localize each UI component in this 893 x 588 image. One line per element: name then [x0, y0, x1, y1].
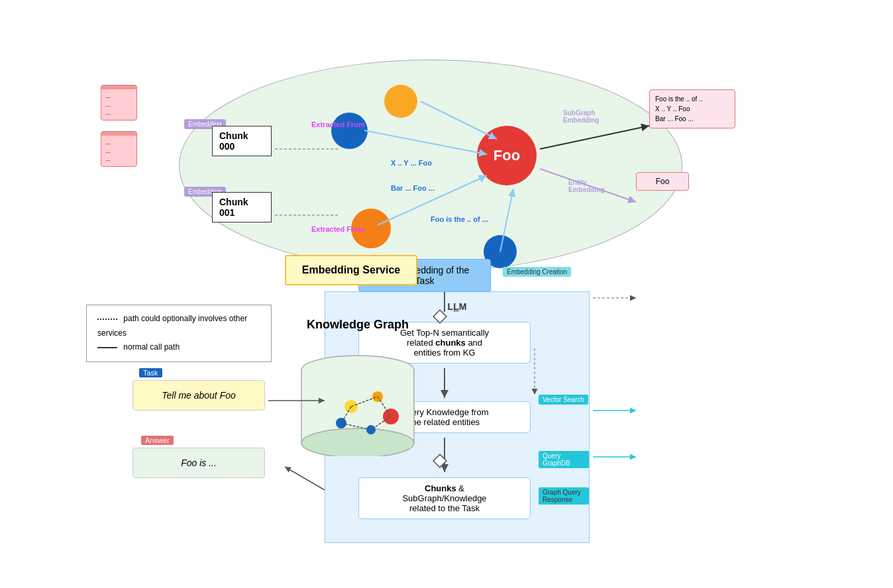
- answer-box: Foo is ...: [132, 448, 265, 478]
- badge-query-graphdb: Query GraphDB: [539, 451, 589, 468]
- kg-cylinder-label: Knowledge Graph: [285, 318, 431, 332]
- task-label: Task: [139, 368, 162, 377]
- doc-top-left: .........: [101, 85, 137, 121]
- doc-right-top: Foo is the .. of .. X .. Y .. Foo Bar ..…: [649, 89, 735, 128]
- kg-cylinder-container: Knowledge Graph: [285, 318, 431, 490]
- svg-point-18: [301, 428, 414, 456]
- node-foo: Foo: [477, 126, 537, 185]
- bar-foo-label: Bar ... Foo ...: [391, 184, 435, 192]
- doc-right-bottom: Foo: [636, 172, 689, 191]
- doc-mid-left: .........: [101, 131, 137, 167]
- legend-dotted-row: path could optionally involves other ser…: [97, 312, 260, 340]
- chunk-000-box: Chunk000: [212, 126, 272, 156]
- llm-label: LLM: [448, 301, 467, 312]
- badge-vector-search: Vector Search: [539, 395, 588, 405]
- legend-solid-row: normal call path: [97, 340, 260, 355]
- entity-label: EntityEmbedding: [568, 179, 604, 193]
- chunk-001-box: Chunk001: [212, 192, 272, 222]
- foo-is-label: Foo is the .. of ...: [431, 215, 488, 223]
- legend-dotted-line: [97, 318, 117, 320]
- legend-solid-line: [97, 347, 117, 348]
- extracted-from-top-label: Extracted From: [311, 121, 365, 128]
- extracted-from-bottom-label: Extracted From: [311, 225, 365, 233]
- svg-rect-10: [433, 310, 446, 323]
- embedding-creation-badge: Embedding Creation: [503, 267, 571, 277]
- top-diagram: ......... ......... Embedding Embedding …: [86, 40, 682, 278]
- embedding-service-box: Embedding Service: [285, 255, 417, 285]
- answer-label: Answer: [141, 436, 174, 445]
- subgraph-label: SubGraphEmbedding: [563, 109, 599, 124]
- kg-cylinder-svg: [291, 337, 424, 456]
- xy-foo-label: X .. Y ... Foo: [391, 159, 432, 167]
- task-box: Tell me about Foo: [132, 380, 265, 411]
- node-blue-top-left: [331, 113, 368, 149]
- svg-rect-11: [433, 454, 446, 467]
- legend-box: path could optionally involves other ser…: [86, 305, 272, 362]
- badge-graph-query: Graph Query Response: [539, 487, 589, 505]
- node-gold-top-left: [384, 85, 417, 118]
